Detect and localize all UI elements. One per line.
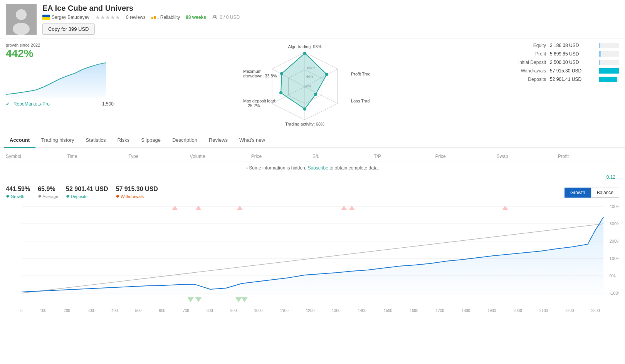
svg-text:100%: 100%	[609, 256, 619, 261]
col-volume: Volume	[190, 154, 251, 159]
stat-average: 65.9% ● Average	[38, 186, 58, 200]
navigation-tabs: Account Trading history Statistics Risks…	[0, 133, 625, 148]
col-symbol: Symbol	[6, 154, 67, 159]
avatar-image	[6, 4, 37, 35]
main-chart-container: 400% 300% 200% 100% 0% -100%	[6, 203, 619, 310]
stat-growth-label: ● Growth	[6, 193, 30, 200]
svg-text:25.2%: 25.2%	[248, 103, 260, 108]
tab-risks[interactable]: Risks	[112, 133, 136, 148]
copy-button[interactable]: Copy for 399 USD	[42, 23, 95, 35]
svg-point-21	[325, 73, 328, 76]
svg-point-24	[279, 91, 282, 94]
tab-description[interactable]: Description	[166, 133, 203, 148]
hidden-msg2: to obtain complete data.	[329, 165, 379, 171]
subscribers-count: 0 / 0 USD	[212, 15, 240, 20]
meta-row: Sergey Batudayev ★★★★★ 0 reviews Reliabi…	[42, 14, 619, 20]
growth-chart-button[interactable]: Growth	[565, 188, 591, 198]
reliability-indicator: Reliability	[151, 15, 180, 20]
metric-equity: Equity 3 186.08 USD	[496, 43, 619, 48]
col-time: Time	[67, 154, 128, 159]
metric-bar-equity	[599, 43, 600, 48]
svg-text:400%: 400%	[609, 204, 619, 209]
stat-deposits: 52 901.41 USD ● Deposits	[66, 186, 108, 200]
growth-since-label: growth since 2022	[6, 43, 114, 47]
metric-withdrawals: Withdrawals 57 915.30 USD	[496, 68, 619, 74]
mini-growth-chart	[6, 60, 106, 98]
top-header: EA Ice Cube and Univers Sergey Batudayev…	[0, 0, 625, 39]
col-tp: T/P	[374, 154, 435, 159]
col-sl: S/L	[312, 154, 374, 159]
radar-top-label: Algo trading: 98%	[288, 44, 322, 49]
chart-button-group: Growth Balance	[565, 188, 619, 198]
verified-icon: ✔	[6, 101, 10, 107]
tab-reviews[interactable]: Reviews	[203, 133, 234, 148]
metric-bar-initial	[599, 60, 600, 65]
metric-bar-profit	[599, 51, 601, 57]
radar-bot-label: Trading activity: 68%	[285, 122, 324, 126]
radar-left-top-label: Maximum	[243, 69, 262, 74]
svg-marker-47	[235, 297, 242, 302]
radar-right-bot-label: Loss Trades: 33.3%	[351, 99, 370, 103]
svg-point-23	[303, 107, 306, 111]
stat-withdrawals: 57 915.30 USD ● Withdrawals	[116, 186, 158, 200]
radar-chart: Algo trading: 98% Profit Trades: 66.7% L…	[239, 43, 370, 127]
flag-icon: Sergey Batudayev	[42, 15, 89, 20]
col-price-close: Price	[435, 154, 496, 159]
weeks-count: 88 weeks	[186, 15, 206, 20]
svg-marker-48	[241, 297, 247, 302]
page-title: EA Ice Cube and Univers	[42, 4, 619, 13]
col-profit: Profit	[558, 154, 619, 159]
reviews-count: 0 reviews	[126, 15, 146, 20]
svg-point-2	[13, 23, 30, 35]
stat-withdrawals-label: ● Withdrawals	[116, 193, 158, 200]
rel-bar-3	[157, 18, 159, 19]
tab-whats-new[interactable]: What's new	[234, 133, 271, 148]
chart-section: 441.59% ● Growth 65.9% ● Average 52 901.…	[0, 184, 625, 312]
table-section: Symbol Time Type Volume Price S/L T/P Pr…	[0, 148, 625, 184]
metrics-area: Equity 3 186.08 USD Profit 5 699.85 USD …	[496, 43, 619, 127]
radar-area: Algo trading: 98% Profit Trades: 66.7% L…	[121, 43, 488, 127]
stat-deposits-value: 52 901.41 USD	[66, 186, 108, 193]
col-swap: Swap	[497, 154, 558, 159]
svg-text:300%: 300%	[609, 221, 619, 226]
stat-deposits-label: ● Deposits	[66, 193, 108, 200]
leverage-value: 1:500	[102, 101, 114, 107]
broker-name: RoboMarkets-Pro	[13, 101, 50, 107]
avatar	[6, 4, 37, 35]
growth-panel: growth since 2022 442% ✔ RoboMarkets-Pro…	[6, 43, 114, 127]
metric-initial-deposit: Initial Deposit 2 500.00 USD	[496, 60, 619, 65]
profit-value: 0.12	[6, 174, 619, 180]
reliability-bars	[151, 16, 159, 19]
svg-point-20	[303, 52, 306, 55]
tab-trading-history[interactable]: Trading history	[35, 133, 80, 148]
radar-left-bot-label: Max deposit load:	[243, 99, 276, 103]
main-growth-chart-svg: 400% 300% 200% 100% 0% -100%	[6, 203, 619, 307]
table-header: Symbol Time Type Volume Price S/L T/P Pr…	[6, 152, 619, 161]
svg-text:200%: 200%	[609, 239, 619, 243]
tab-account[interactable]: Account	[4, 133, 35, 148]
rel-bar-1	[151, 17, 153, 19]
svg-marker-45	[187, 297, 193, 302]
hidden-info-row: ▪ Some information is hidden. Subscribe …	[6, 161, 619, 174]
hidden-info-icon: ▪	[246, 165, 248, 171]
svg-marker-46	[195, 297, 202, 302]
stat-growth-value: 441.59%	[6, 186, 30, 193]
tab-slippage[interactable]: Slippage	[135, 133, 166, 148]
metric-deposits: Deposits 52 901.41 USD	[496, 77, 619, 82]
metric-bar-withdrawals	[599, 68, 619, 74]
svg-point-25	[280, 72, 283, 75]
x-axis-numbers: 0100200300400500600700800900100011001200…	[6, 308, 619, 312]
stats-section: growth since 2022 442% ✔ RoboMarkets-Pro…	[0, 39, 625, 131]
subscribe-link[interactable]: Subscribe	[307, 165, 328, 171]
broker-row: ✔ RoboMarkets-Pro 1:500	[6, 101, 114, 107]
star-rating: ★★★★★	[95, 14, 120, 20]
tab-statistics[interactable]: Statistics	[80, 133, 112, 148]
balance-chart-button[interactable]: Balance	[591, 188, 619, 198]
radar-right-top-label: Profit Trades: 66.7%	[351, 72, 370, 76]
rel-bar-2	[154, 16, 156, 19]
stat-withdrawals-value: 57 915.30 USD	[116, 186, 158, 193]
svg-marker-19	[281, 53, 327, 109]
chart-controls: 441.59% ● Growth 65.9% ● Average 52 901.…	[6, 186, 619, 200]
svg-point-1	[16, 9, 27, 20]
svg-point-22	[314, 93, 317, 96]
